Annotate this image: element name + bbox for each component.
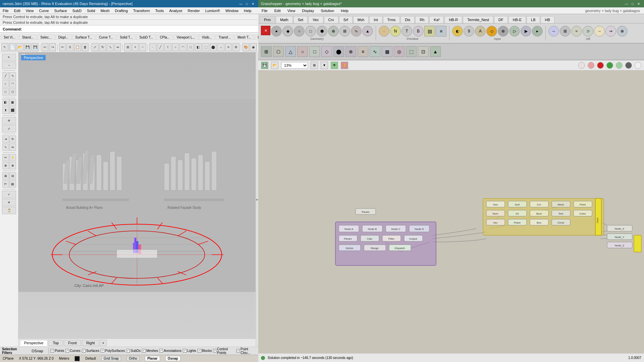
filter-polysurfaces[interactable]: ✓ PolySurfaces <box>101 349 125 353</box>
lt-split[interactable]: ⚡ <box>9 154 16 161</box>
gh-icon-geo4[interactable]: □ <box>305 26 316 37</box>
icon-circle[interactable]: ○ <box>172 43 179 51</box>
gh-menu-file[interactable]: File <box>258 7 271 14</box>
icon-delete[interactable]: 🗑 <box>82 43 89 51</box>
gh-tab-vec[interactable]: Vec <box>308 16 323 23</box>
gh-color-dot7[interactable] <box>635 62 641 69</box>
gh-icon-prim4[interactable]: B <box>413 26 424 37</box>
check-blocks[interactable]: ✓ <box>198 349 201 353</box>
gh-menu-help[interactable]: Help <box>337 7 352 14</box>
gh-canvas[interactable]: Node A Node B Node C Node D Param Calc F… <box>258 70 644 353</box>
icon-paste[interactable]: 📋 <box>74 43 81 51</box>
gh-row2-icon10[interactable]: ∿ <box>370 46 380 57</box>
lt-trim[interactable]: ✂ <box>2 154 9 161</box>
lt-curve[interactable]: ∿ <box>9 72 16 79</box>
toolbar-tab-visibility[interactable]: Visib... <box>199 35 215 40</box>
gh-menu-display[interactable]: Display <box>299 7 317 14</box>
gh-icon-util4[interactable]: ⊃ <box>583 26 593 37</box>
toolbar-tab-curve[interactable]: Curve T... <box>96 35 116 40</box>
menu-lumion[interactable]: Lumion® <box>203 7 223 14</box>
toolbar-tab-standard[interactable]: Stand... <box>19 35 37 40</box>
gh-tab-df[interactable]: DF <box>494 16 508 23</box>
icon-undo[interactable]: ↩ <box>42 43 49 51</box>
check-pointcloud[interactable]: ✓ <box>236 349 240 353</box>
lt-rotate[interactable]: ↻ <box>9 135 16 143</box>
check-meshes[interactable]: ✓ <box>142 349 146 353</box>
gh-row2-icon3[interactable]: △ <box>285 46 296 57</box>
gh-icon-in8[interactable]: ▸ <box>532 26 543 37</box>
gh-icon-in6[interactable]: ▷ <box>509 26 520 37</box>
lt-dim[interactable]: ⊢ <box>2 180 9 188</box>
menu-subd[interactable]: SubD <box>70 7 85 14</box>
toolbar-tab-solid[interactable]: Solid T... <box>117 35 136 40</box>
gh-row2-icon9[interactable]: ≡ <box>358 46 368 57</box>
gh-icon-geo6[interactable]: ⊕ <box>328 26 339 37</box>
gh-row2-icon4[interactable]: ○ <box>297 46 308 57</box>
filter-blocks[interactable]: ✓ Blocks <box>198 349 212 353</box>
toolbar-tab-display[interactable]: Displ... <box>55 35 72 40</box>
gh-menu-edit[interactable]: Edit <box>271 7 284 14</box>
gh-row2-icon13[interactable]: ⬚ <box>406 46 417 57</box>
icon-sphere[interactable]: ⬤ <box>210 43 217 51</box>
gh-color-dot6[interactable] <box>625 62 632 69</box>
gh-menu-view[interactable]: View <box>284 7 299 14</box>
lt-point[interactable]: · <box>2 62 16 69</box>
gh-icon-in5[interactable]: ⊗ <box>498 26 508 37</box>
icon-surface[interactable]: ◧ <box>195 43 202 51</box>
tab-add[interactable]: + <box>100 340 107 346</box>
check-points[interactable]: ✓ <box>50 349 54 353</box>
check-lights[interactable]: ✓ <box>183 349 186 353</box>
gh-row2-icon12[interactable]: ◎ <box>394 46 405 57</box>
lt-scale[interactable]: ⤡ <box>2 143 9 151</box>
gh-tab-termite[interactable]: Termite_Nest <box>463 16 493 23</box>
icon-open[interactable]: 📂 <box>16 43 23 51</box>
icon-zoom-ext[interactable]: ⊞ <box>124 43 131 51</box>
gh-icon-geo9[interactable]: ▲ <box>362 26 373 37</box>
filter-curves[interactable]: ✓ Curves <box>65 349 80 353</box>
lt-arc[interactable]: ◠ <box>9 80 16 87</box>
icon-layer[interactable]: ≡ <box>225 43 232 51</box>
lt-check[interactable]: ✓ <box>2 191 16 198</box>
gh-icon-util1[interactable]: ↔ <box>548 26 559 37</box>
icon-mirror[interactable]: ⇔ <box>114 43 121 51</box>
filter-controlpoints[interactable]: ✓ Control Points <box>213 347 235 355</box>
lt-rect[interactable]: □ <box>2 88 9 96</box>
gh-grid-options[interactable]: ▼ <box>321 62 328 69</box>
lt-history[interactable]: ⏳ <box>2 207 16 214</box>
gh-tab-msh[interactable]: Msh <box>353 16 369 23</box>
gh-color-dot2[interactable] <box>588 62 594 69</box>
gh-row2-icon1[interactable]: ⊞ <box>261 46 272 57</box>
check-polysurfaces[interactable]: ✓ <box>101 349 104 353</box>
command-input[interactable] <box>23 27 256 31</box>
viewport-canvas[interactable]: Perspective ▼ <box>18 52 256 339</box>
toolbar-tab-cplane[interactable]: CPla... <box>157 35 173 40</box>
menu-file[interactable]: File <box>0 7 11 14</box>
toggle-ortho[interactable]: Ortho <box>126 356 140 361</box>
icon-select[interactable]: ↖ <box>1 43 8 51</box>
toggle-gridsnap[interactable]: Grid Snap <box>101 356 121 361</box>
gh-view-eye[interactable]: 👁 <box>331 62 338 69</box>
gh-color-dot4[interactable] <box>606 62 613 69</box>
gh-minimize[interactable]: — <box>624 1 629 6</box>
icon-render2[interactable]: ◉ <box>250 43 257 51</box>
gh-view-save[interactable]: 💾 <box>261 62 268 69</box>
toolbar-tab-subd[interactable]: SubD T... <box>136 35 156 40</box>
menu-solid[interactable]: Solid <box>84 7 98 14</box>
gh-color-dot3[interactable] <box>597 62 604 69</box>
gh-tab-set[interactable]: Set <box>293 16 308 23</box>
gh-icon-util5[interactable]: → <box>594 26 605 37</box>
icon-cylinder[interactable]: ⬦ <box>217 43 224 51</box>
gh-icon-util3[interactable]: ≈ <box>571 26 582 37</box>
gh-icon-prim3[interactable]: T <box>401 26 412 37</box>
toolbar-tab-surface[interactable]: Surface T... <box>72 35 95 40</box>
gh-menu-solution[interactable]: Solution <box>317 7 337 14</box>
icon-rotate[interactable]: ↻ <box>99 43 106 51</box>
gh-row2-icon11[interactable]: ▦ <box>382 46 392 57</box>
icon-save-small[interactable]: 💾 <box>32 43 39 51</box>
lt-mirror[interactable]: ⇔ <box>9 143 16 151</box>
filter-surfaces[interactable]: ✓ Surfaces <box>82 349 99 353</box>
gh-icon-in4[interactable]: ◇ <box>486 26 497 37</box>
gh-icon-geo8[interactable]: ∿ <box>351 26 362 37</box>
icon-scale[interactable]: ⤡ <box>107 43 114 51</box>
icon-new[interactable]: 📄 <box>9 43 16 51</box>
